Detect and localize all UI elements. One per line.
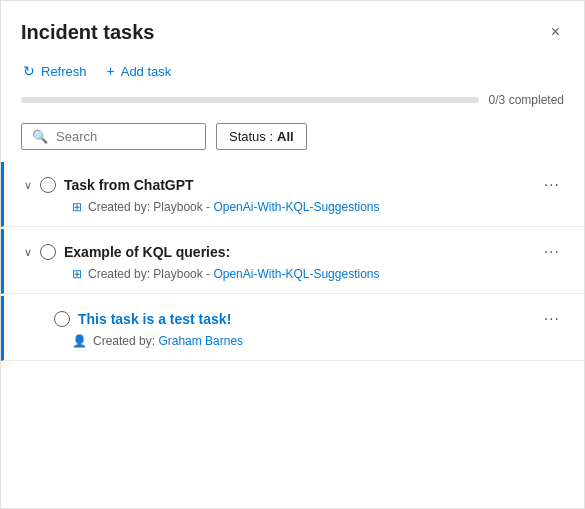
playbook-icon: ⊞	[72, 267, 82, 281]
add-task-label: Add task	[121, 64, 172, 79]
task-title: Example of KQL queries:	[64, 244, 532, 260]
panel-header: Incident tasks ×	[1, 1, 584, 55]
task-main-row: This task is a test task! ···	[24, 310, 564, 328]
task-complete-circle[interactable]	[54, 311, 70, 327]
panel-title: Incident tasks	[21, 21, 154, 44]
task-meta: Created by: Playbook - OpenAi-With-KQL-S…	[88, 200, 379, 214]
status-label: Status :	[229, 129, 273, 144]
search-icon: 🔍	[32, 129, 48, 144]
task-expand-button[interactable]: ∨	[24, 246, 32, 259]
task-more-button[interactable]: ···	[540, 310, 564, 328]
close-button[interactable]: ×	[547, 19, 564, 45]
filter-row: 🔍 Status : All	[1, 115, 584, 162]
task-complete-circle[interactable]	[40, 177, 56, 193]
chevron-down-icon: ∨	[24, 246, 32, 259]
task-item: ∨ Task from ChatGPT ··· ⊞ Created by: Pl…	[1, 162, 584, 227]
status-filter-button[interactable]: Status : All	[216, 123, 307, 150]
task-title: Task from ChatGPT	[64, 177, 532, 193]
progress-section: 0/3 completed	[1, 93, 584, 115]
incident-tasks-panel: Incident tasks × ↻ Refresh + Add task 0/…	[0, 0, 585, 509]
tasks-list: ∨ Task from ChatGPT ··· ⊞ Created by: Pl…	[1, 162, 584, 508]
task-sub-row: ⊞ Created by: Playbook - OpenAi-With-KQL…	[24, 267, 564, 281]
progress-bar-background	[21, 97, 479, 103]
task-more-button[interactable]: ···	[540, 243, 564, 261]
search-input[interactable]	[56, 129, 195, 144]
refresh-icon: ↻	[23, 63, 35, 79]
user-icon: 👤	[72, 334, 87, 348]
task-sub-row: 👤 Created by: Graham Barnes	[24, 334, 564, 348]
task-complete-circle[interactable]	[40, 244, 56, 260]
task-meta: Created by: Playbook - OpenAi-With-KQL-S…	[88, 267, 379, 281]
task-expand-button[interactable]: ∨	[24, 179, 32, 192]
status-value: All	[277, 129, 294, 144]
task-main-row: ∨ Example of KQL queries: ···	[24, 243, 564, 261]
refresh-label: Refresh	[41, 64, 87, 79]
playbook-icon: ⊞	[72, 200, 82, 214]
add-task-button[interactable]: + Add task	[105, 59, 174, 83]
task-sub-row: ⊞ Created by: Playbook - OpenAi-With-KQL…	[24, 200, 564, 214]
task-creator-link[interactable]: OpenAi-With-KQL-Suggestions	[213, 200, 379, 214]
task-item: ∨ Example of KQL queries: ··· ⊞ Created …	[1, 229, 584, 294]
progress-label: 0/3 completed	[489, 93, 564, 107]
task-creator-link[interactable]: OpenAi-With-KQL-Suggestions	[213, 267, 379, 281]
add-icon: +	[107, 63, 115, 79]
search-box[interactable]: 🔍	[21, 123, 206, 150]
task-main-row: ∨ Task from ChatGPT ···	[24, 176, 564, 194]
chevron-down-icon: ∨	[24, 179, 32, 192]
task-creator-link[interactable]: Graham Barnes	[158, 334, 243, 348]
task-title: This task is a test task!	[78, 311, 532, 327]
task-meta: Created by: Graham Barnes	[93, 334, 243, 348]
task-more-button[interactable]: ···	[540, 176, 564, 194]
toolbar: ↻ Refresh + Add task	[1, 55, 584, 93]
task-item: This task is a test task! ··· 👤 Created …	[1, 296, 584, 361]
refresh-button[interactable]: ↻ Refresh	[21, 59, 89, 83]
